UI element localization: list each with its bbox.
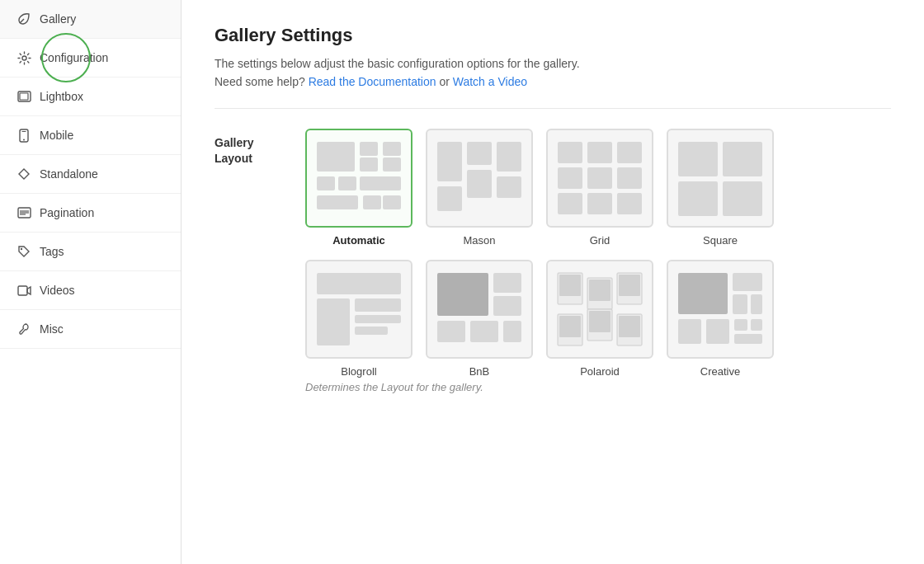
layout-thumb-creative[interactable]: [667, 260, 774, 359]
svg-rect-67: [733, 294, 747, 314]
svg-rect-16: [383, 157, 401, 172]
layout-name-mason: Mason: [463, 234, 495, 247]
svg-rect-54: [559, 275, 581, 296]
sidebar-item-tags[interactable]: Tags: [0, 233, 181, 271]
svg-rect-50: [437, 321, 465, 342]
layout-option-bnb[interactable]: BnB: [426, 260, 533, 378]
svg-rect-46: [355, 327, 388, 335]
svg-rect-18: [338, 176, 356, 190]
svg-rect-49: [493, 296, 521, 316]
svg-rect-58: [619, 275, 640, 296]
layout-option-polaroid[interactable]: Polaroid: [546, 260, 653, 378]
svg-rect-60: [559, 316, 581, 337]
layout-option-blogroll[interactable]: Blogroll: [305, 260, 412, 378]
layout-option-grid[interactable]: Grid: [546, 129, 653, 247]
sidebar-item-misc-label: Misc: [40, 322, 64, 336]
layout-name-grid: Grid: [590, 234, 610, 247]
sidebar-item-tags-label: Tags: [40, 245, 64, 258]
sidebar-item-videos[interactable]: Videos: [0, 271, 181, 310]
svg-rect-44: [355, 298, 401, 312]
or-text: or: [439, 75, 452, 88]
svg-rect-24: [467, 142, 492, 165]
video-link[interactable]: Watch a Video: [453, 75, 527, 88]
sidebar-item-standalone-label: Standalone: [40, 167, 98, 181]
layout-thumb-blogroll[interactable]: [305, 260, 412, 359]
layout-name-square: Square: [703, 234, 738, 247]
layout-name-bnb: BnB: [469, 365, 490, 378]
sidebar-item-pagination-label: Pagination: [40, 206, 94, 219]
svg-rect-15: [360, 157, 378, 172]
layout-thumb-polaroid[interactable]: [546, 260, 653, 359]
svg-rect-30: [587, 142, 612, 163]
layout-thumb-bnb[interactable]: [426, 260, 533, 359]
svg-rect-32: [558, 167, 582, 189]
page-title: Gallery Settings: [214, 25, 891, 46]
svg-rect-64: [619, 316, 640, 337]
svg-rect-38: [678, 142, 718, 176]
svg-rect-71: [734, 319, 747, 331]
svg-rect-28: [437, 186, 462, 211]
svg-rect-20: [317, 195, 358, 209]
pagination-icon: [16, 205, 31, 220]
help-text: Need some help?: [214, 75, 309, 88]
svg-rect-66: [733, 273, 762, 291]
layout-name-automatic: Automatic: [332, 234, 385, 247]
layout-option-creative[interactable]: Creative: [667, 260, 774, 378]
svg-rect-56: [589, 280, 610, 301]
layout-option-square[interactable]: Square: [667, 129, 774, 247]
svg-rect-47: [437, 273, 488, 316]
svg-rect-22: [383, 195, 401, 209]
main-content: Gallery Settings The settings below adju…: [182, 0, 924, 564]
sidebar-item-standalone[interactable]: Standalone: [0, 155, 181, 194]
svg-rect-39: [723, 142, 762, 176]
svg-rect-65: [678, 273, 728, 314]
layout-thumb-grid[interactable]: [546, 129, 653, 228]
svg-point-4: [23, 139, 25, 140]
page-description: The settings below adjust the basic conf…: [214, 54, 891, 92]
svg-rect-37: [617, 193, 642, 214]
svg-point-10: [21, 248, 22, 250]
sidebar-item-mobile[interactable]: Mobile: [0, 116, 181, 155]
sidebar-item-lightbox-label: Lightbox: [40, 90, 83, 103]
video-icon: [16, 283, 31, 298]
svg-rect-51: [470, 321, 498, 342]
svg-rect-33: [587, 167, 612, 189]
layout-thumb-square[interactable]: [667, 129, 774, 228]
layout-thumb-mason[interactable]: [426, 129, 533, 228]
layout-options-container: Automatic Mason: [305, 129, 774, 393]
sidebar-item-lightbox[interactable]: Lightbox: [0, 78, 181, 116]
svg-rect-48: [493, 273, 521, 293]
svg-rect-52: [503, 321, 521, 342]
svg-rect-69: [678, 319, 701, 344]
svg-rect-68: [751, 294, 762, 314]
doc-link[interactable]: Read the Documentation: [309, 75, 436, 88]
sidebar-item-videos-label: Videos: [40, 284, 75, 297]
layout-thumb-automatic[interactable]: [305, 129, 412, 228]
layout-name-creative: Creative: [700, 365, 740, 378]
section-divider: [214, 108, 891, 109]
sidebar-item-pagination[interactable]: Pagination: [0, 194, 181, 233]
svg-rect-42: [317, 273, 401, 294]
sidebar-item-gallery-label: Gallery: [40, 12, 76, 26]
layout-option-mason[interactable]: Mason: [426, 129, 533, 247]
sidebar-item-misc[interactable]: Misc: [0, 310, 181, 349]
svg-rect-73: [734, 334, 762, 344]
svg-rect-45: [355, 315, 401, 323]
mobile-icon: [16, 128, 31, 143]
sidebar-item-gallery[interactable]: Gallery: [0, 0, 181, 39]
layout-label: GalleryLayout: [214, 129, 280, 167]
layout-option-automatic[interactable]: Automatic: [305, 129, 412, 247]
svg-rect-13: [360, 142, 378, 156]
svg-rect-62: [589, 311, 610, 332]
sidebar-item-mobile-label: Mobile: [40, 129, 73, 142]
svg-rect-43: [317, 298, 350, 345]
sidebar-item-configuration[interactable]: Configuration: [0, 39, 181, 78]
svg-rect-31: [617, 142, 642, 163]
svg-rect-19: [360, 176, 401, 190]
tag-icon: [16, 244, 31, 259]
svg-rect-70: [706, 319, 729, 344]
layout-section: GalleryLayout: [214, 129, 891, 393]
svg-rect-25: [497, 142, 521, 172]
svg-rect-23: [437, 142, 462, 181]
svg-rect-14: [383, 142, 401, 156]
